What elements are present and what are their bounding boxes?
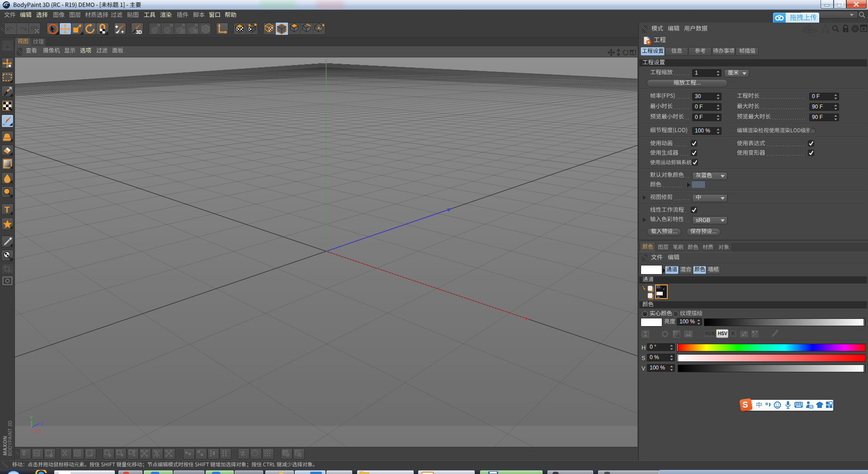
svg-text:Z: Z — [41, 421, 43, 426]
svg-text:T: T — [5, 205, 10, 214]
svg-text:Y: Y — [30, 415, 33, 420]
svg-text:3D: 3D — [136, 30, 142, 35]
svg-text:X: X — [40, 429, 43, 434]
svg-text:17: 17 — [810, 405, 813, 408]
